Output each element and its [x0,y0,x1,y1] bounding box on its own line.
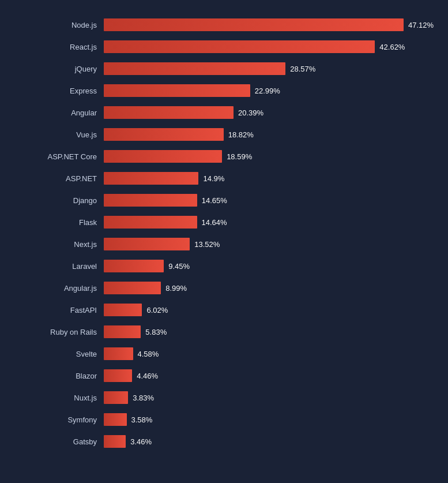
bar-fill [104,282,161,294]
bar-row: Flask14.64% [12,212,436,233]
bar-label: Express [12,87,104,95]
bar-row: Vue.js18.82% [12,124,436,145]
bar-percentage: 18.82% [228,130,254,139]
bar-wrapper: 18.82% [104,128,436,141]
bar-fill [104,106,234,119]
bar-label: Symfony [12,415,104,424]
bar-percentage: 8.99% [165,284,187,293]
bar-row: Symfony3.58% [12,409,436,430]
bar-fill [104,128,224,141]
bar-wrapper: 18.59% [104,150,436,163]
bar-row: FastAPI6.02% [12,299,436,320]
bar-wrapper: 4.58% [104,347,436,360]
bar-wrapper: 5.83% [104,325,436,338]
bar-row: Next.js13.52% [12,234,436,254]
bar-label: Node.js [12,21,104,29]
bar-wrapper: 14.9% [104,172,436,185]
bar-label: React.js [12,43,104,51]
bar-wrapper: 9.45% [104,260,436,272]
bar-chart: Node.js47.12%React.js42.62%jQuery28.57%E… [12,9,436,459]
bar-wrapper: 4.46% [104,369,436,382]
bar-fill [104,62,285,75]
bar-label: Angular [12,108,104,117]
bar-wrapper: 28.57% [104,62,436,75]
bar-label: Blazor [12,372,104,380]
bar-percentage: 22.99% [255,87,280,95]
bar-percentage: 6.02% [146,306,168,314]
bar-wrapper: 14.65% [104,194,436,207]
bar-wrapper: 8.99% [104,282,436,294]
bar-row: Ruby on Rails5.83% [12,321,436,342]
bar-row: Node.js47.12% [12,14,436,35]
bar-label: Angular.js [12,284,104,293]
bar-label: Laravel [12,262,104,271]
bar-row: Blazor4.46% [12,365,436,386]
bar-label: Django [12,196,104,205]
bar-percentage: 20.39% [238,108,263,117]
bar-percentage: 18.59% [227,152,252,161]
bar-fill [104,216,197,229]
bar-wrapper: 3.46% [104,435,436,448]
bar-fill [104,413,127,426]
bar-percentage: 5.83% [145,328,167,336]
bar-percentage: 4.58% [138,350,159,358]
bar-row: Angular20.39% [12,102,436,123]
bar-label: Nuxt.js [12,394,104,402]
bar-wrapper: 14.64% [104,216,436,229]
bar-percentage: 14.9% [203,174,224,183]
bar-row: Laravel9.45% [12,256,436,276]
bar-row: React.js42.62% [12,36,436,57]
bar-row: Svelte4.58% [12,343,436,364]
bar-label: Flask [12,218,104,227]
bar-label: Gatsby [12,437,104,446]
bar-fill [104,304,142,316]
bar-percentage: 28.57% [290,65,315,73]
bar-fill [104,238,190,250]
bar-wrapper: 6.02% [104,304,436,316]
bar-wrapper: 42.62% [104,40,436,53]
bar-row: ASP.NET14.9% [12,168,436,189]
bar-fill [104,391,128,404]
bar-fill [104,325,141,338]
bar-fill [104,150,222,163]
bar-row: Angular.js8.99% [12,278,436,298]
bar-label: ASP.NET [12,174,104,183]
bar-label: ASP.NET Core [12,152,104,161]
bar-row: Nuxt.js3.83% [12,387,436,408]
bar-fill [104,172,198,185]
bar-wrapper: 20.39% [104,106,436,119]
bar-percentage: 14.64% [202,218,227,227]
bar-wrapper: 13.52% [104,238,436,250]
bar-label: jQuery [12,65,104,73]
bar-fill [104,194,197,207]
bar-percentage: 4.46% [137,372,158,380]
bar-label: Svelte [12,350,104,358]
bar-row: jQuery28.57% [12,58,436,79]
bar-label: Vue.js [12,130,104,139]
bar-wrapper: 47.12% [104,18,436,31]
bar-wrapper: 22.99% [104,84,436,97]
bar-percentage: 13.52% [194,240,220,249]
bar-percentage: 9.45% [168,262,190,271]
bar-row: ASP.NET Core18.59% [12,146,436,167]
bar-fill [104,84,250,97]
bar-fill [104,260,164,272]
bar-percentage: 3.83% [133,394,154,402]
bar-fill [104,369,132,382]
bar-fill [104,18,404,31]
bar-label: FastAPI [12,306,104,314]
bar-fill [104,347,133,360]
bar-percentage: 42.62% [379,43,405,51]
bar-label: Ruby on Rails [12,328,104,336]
bar-fill [104,40,375,53]
bar-percentage: 47.12% [408,21,434,29]
bar-percentage: 3.46% [130,437,152,446]
bar-fill [104,435,126,448]
bar-wrapper: 3.83% [104,391,436,404]
bar-label: Next.js [12,240,104,249]
bar-row: Gatsby3.46% [12,431,436,452]
bar-wrapper: 3.58% [104,413,436,426]
bar-percentage: 14.65% [202,196,227,205]
bar-row: Django14.65% [12,190,436,211]
bar-percentage: 3.58% [131,415,153,424]
